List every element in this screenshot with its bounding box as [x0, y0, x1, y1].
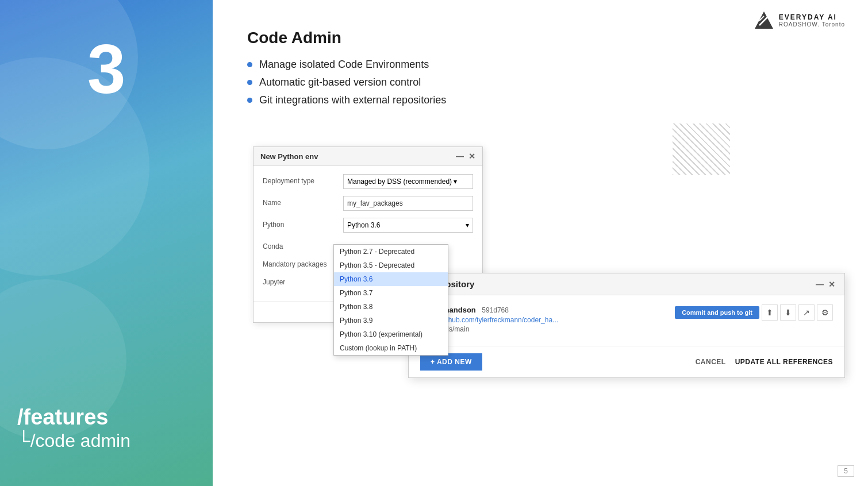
update-references-button[interactable]: UPDATE ALL REFERENCES — [735, 358, 833, 366]
git-repo-url: https://github.com/tylerfreckmann/coder_… — [420, 316, 668, 324]
dropdown-item-0[interactable]: Python 2.7 - Deprecated — [334, 245, 448, 259]
python-dialog-title: New Python env — [260, 152, 318, 161]
left-bottom-text: /features └/code admin — [17, 406, 130, 452]
git-action-group: Commit and push to git ⬆ ⬇ ↗ ⚙ — [675, 304, 833, 321]
deployment-type-row: Deployment type Managed by DSS (recommen… — [263, 174, 473, 189]
git-icon-btn-2[interactable]: ⬇ — [780, 304, 796, 321]
bullet-item-3: Git integrations with external repositor… — [247, 94, 834, 106]
bullet-dot-3 — [247, 98, 252, 103]
git-dialog-body: coder_handson 591d768 https://github.com… — [409, 295, 844, 346]
git-cancel-button[interactable]: CANCEL — [696, 358, 726, 366]
git-repo-branch: refs/heads/main — [420, 325, 668, 333]
python-dialog-controls: — ✕ — [456, 152, 475, 161]
git-dialog-titlebar: Git repository — ✕ — [409, 273, 844, 295]
right-panel: EVERYDAY AI ROADSHOW. Toronto Code Admin… — [213, 0, 868, 486]
name-label: Name — [263, 196, 337, 207]
dropdown-item-6[interactable]: Python 3.10 (experimental) — [334, 327, 448, 341]
dropdown-item-2[interactable]: Python 3.6 — [334, 272, 448, 286]
dropdown-item-5[interactable]: Python 3.9 — [334, 314, 448, 327]
close-icon[interactable]: ✕ — [468, 152, 475, 161]
python-select[interactable]: Python 3.6 ▾ — [343, 218, 473, 233]
git-icon-btn-1[interactable]: ⬆ — [762, 304, 778, 321]
bullet-text-3: Git integrations with external repositor… — [259, 94, 446, 106]
bullet-item-1: Manage isolated Code Environments — [247, 59, 834, 71]
git-icon-btn-4[interactable]: ⚙ — [817, 304, 833, 321]
hatch-background — [673, 124, 730, 175]
python-dialog-titlebar: New Python env — ✕ — [254, 147, 482, 166]
left-panel: 3 /features └/code admin — [0, 0, 213, 486]
sub-route: └/code admin — [17, 430, 130, 452]
dropdown-item-1[interactable]: Python 3.5 - Deprecated — [334, 259, 448, 272]
jupyter-label: Jupyter — [263, 275, 337, 286]
deployment-type-label: Deployment type — [263, 174, 337, 185]
bullet-dot-1 — [247, 62, 252, 67]
python-label: Python — [263, 218, 337, 229]
name-input[interactable] — [343, 196, 473, 211]
minimize-icon[interactable]: — — [456, 152, 464, 161]
name-row: Name — [263, 196, 473, 211]
python-value: Python 3.6 — [347, 221, 380, 229]
conda-label: Conda — [263, 240, 337, 250]
git-repo-row: coder_handson 591d768 https://github.com… — [420, 304, 833, 333]
git-minimize-icon[interactable]: — — [816, 280, 824, 289]
python-dropdown-arrow: ▾ — [466, 221, 469, 229]
python-row: Python Python 3.6 ▾ — [263, 218, 473, 233]
main-route: /features — [17, 406, 130, 430]
bullet-list: Manage isolated Code Environments Automa… — [247, 59, 834, 106]
bullet-item-2: Automatic git-based version control — [247, 76, 834, 88]
bullet-text-1: Manage isolated Code Environments — [259, 59, 429, 71]
bullet-text-2: Automatic git-based version control — [259, 76, 421, 88]
commit-push-button[interactable]: Commit and push to git — [675, 306, 759, 319]
page-title: Code Admin — [247, 29, 834, 47]
dropdown-item-3[interactable]: Python 3.7 — [334, 286, 448, 300]
logo-icon — [754, 10, 774, 31]
git-repo-info: coder_handson 591d768 https://github.com… — [420, 304, 668, 333]
mockups-area: New Python env — ✕ Deployment type Manag… — [247, 124, 834, 365]
add-new-button[interactable]: + ADD NEW — [420, 353, 482, 371]
dropdown-item-4[interactable]: Python 3.8 — [334, 300, 448, 314]
logo: EVERYDAY AI ROADSHOW. Toronto — [754, 10, 845, 31]
git-repo-hash: 591d768 — [482, 306, 509, 314]
dropdown-item-7[interactable]: Custom (lookup in PATH) — [334, 341, 448, 355]
git-dialog-controls: — ✕ — [816, 280, 835, 289]
git-icon-btn-3[interactable]: ↗ — [798, 304, 815, 321]
bullet-dot-2 — [247, 80, 252, 85]
brand-sub: ROADSHOW. Toronto — [779, 21, 845, 28]
brand-name: EVERYDAY AI — [779, 14, 845, 21]
mandatory-label: Mandatory packages — [263, 257, 337, 268]
deployment-type-value: Managed by DSS (recommended) ▾ — [347, 178, 457, 186]
git-repo-dialog[interactable]: Git repository — ✕ coder_handson 591d768… — [408, 273, 845, 378]
git-close-icon[interactable]: ✕ — [828, 280, 835, 289]
page-number: 5 — [838, 465, 854, 477]
step-number: 3 — [87, 34, 126, 103]
python-version-dropdown[interactable]: Python 2.7 - Deprecated Python 3.5 - Dep… — [333, 244, 448, 356]
deployment-type-select[interactable]: Managed by DSS (recommended) ▾ — [343, 174, 473, 189]
git-dialog-footer: + ADD NEW CANCEL UPDATE ALL REFERENCES — [409, 346, 844, 377]
logo-text: EVERYDAY AI ROADSHOW. Toronto — [779, 14, 845, 28]
